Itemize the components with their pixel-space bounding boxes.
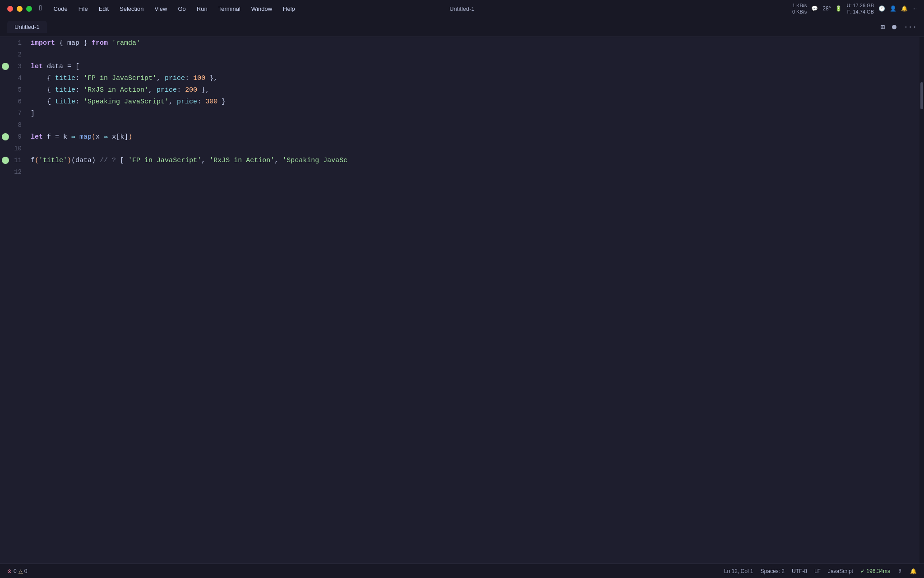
language-mode[interactable]: JavaScript <box>828 568 853 574</box>
line-number: 6 <box>9 98 25 105</box>
line-number: 11 <box>9 157 25 164</box>
code-token: 300 <box>205 98 217 106</box>
code-line[interactable]: let data = [ <box>31 61 919 72</box>
error-number: 0 <box>14 568 17 574</box>
gutter-row: 11 <box>0 154 27 166</box>
menu-code[interactable]: Code <box>49 5 72 13</box>
code-line[interactable]: f('title')(data) // ? [ 'FP in JavaScrip… <box>31 154 919 166</box>
code-token: 'FP in JavaScript' <box>128 157 201 164</box>
cursor-position[interactable]: Ln 12, Col 1 <box>724 568 753 574</box>
gutter-row: 7 <box>0 107 27 119</box>
editor-more-icon[interactable]: ··· <box>904 23 917 31</box>
code-line[interactable]: { title: 'RxJS in Action', price: 200 }, <box>31 84 919 96</box>
menu-selection[interactable]: Selection <box>115 5 148 13</box>
error-count[interactable]: ⊗ 0 △ 0 <box>7 568 27 574</box>
line-number: 7 <box>9 110 25 117</box>
editor[interactable]: 123456789101112 import { map } from 'ram… <box>0 37 924 564</box>
code-token: price <box>157 86 177 94</box>
close-button[interactable] <box>7 6 13 12</box>
code-token: : <box>75 86 83 94</box>
gutter-row: 6 <box>0 96 27 107</box>
code-area[interactable]: import { map } from 'ramda'let data = [ … <box>27 37 919 564</box>
network-info: 1 KB/s 0 KB/s <box>792 2 807 15</box>
active-tab[interactable]: Untitled-1 <box>7 21 47 33</box>
warning-number: 0 <box>24 568 28 574</box>
code-token: 'ramda' <box>112 39 140 47</box>
code-line[interactable]: import { map } from 'ramda' <box>31 37 919 49</box>
battery-icon: 🔋 <box>835 5 842 12</box>
code-token: price <box>177 98 197 106</box>
microphone-icon[interactable]: 🎙 <box>897 568 903 574</box>
menu-terminal[interactable]: Terminal <box>214 5 245 13</box>
code-token: 'RxJS in Action' <box>209 157 274 164</box>
titlebar:  Code File Edit Selection View Go Run T… <box>0 0 924 17</box>
line-number: 1 <box>9 39 25 47</box>
statusbar: ⊗ 0 △ 0 Ln 12, Col 1 Spaces: 2 UTF-8 LF … <box>0 564 924 578</box>
breakpoint-indicator[interactable] <box>2 157 9 164</box>
indent-setting[interactable]: Spaces: 2 <box>761 568 785 574</box>
maximize-button[interactable] <box>26 6 32 12</box>
statusbar-left: ⊗ 0 △ 0 <box>7 568 27 574</box>
code-token: title <box>55 98 75 106</box>
code-token: , <box>148 86 157 94</box>
code-token: from <box>92 39 108 47</box>
more-icon[interactable]: ··· <box>912 5 917 12</box>
code-line[interactable] <box>31 119 919 131</box>
code-token: ⇒ <box>104 133 108 141</box>
network-up: 1 KB/s <box>792 2 807 9</box>
line-number: 9 <box>9 133 25 140</box>
line-number: 10 <box>9 145 25 152</box>
code-line[interactable]: { title: 'FP in JavaScript', price: 100 … <box>31 72 919 84</box>
code-token: : <box>75 98 83 106</box>
gutter-row: 4 <box>0 72 27 84</box>
code-line[interactable]: { title: 'Speaking JavaScript', price: 3… <box>31 96 919 107</box>
code-token: import <box>31 39 55 47</box>
code-token: (data) <box>71 157 100 164</box>
menu-view[interactable]: View <box>150 5 172 13</box>
encoding[interactable]: UTF-8 <box>792 568 807 574</box>
code-token: ] <box>31 110 35 117</box>
apple-icon:  <box>39 5 44 13</box>
titlebar-right: 1 KB/s 0 KB/s 💬 28° 🔋 U: 17.26 GB F: 14.… <box>792 2 917 15</box>
titlebar-left:  Code File Edit Selection View Go Run T… <box>7 5 300 13</box>
breakpoint-indicator[interactable] <box>2 133 9 140</box>
avatar-icon: 👤 <box>890 5 896 12</box>
code-token: }, <box>197 86 209 94</box>
code-line[interactable] <box>31 143 919 154</box>
code-token: , <box>201 157 209 164</box>
code-token: ( <box>35 157 39 164</box>
code-token: 'FP in JavaScript' <box>83 75 157 82</box>
timing-indicator: ✓ 196.34ms <box>860 568 890 574</box>
line-number: 8 <box>9 121 25 129</box>
menu-go[interactable]: Go <box>173 5 190 13</box>
line-number: 3 <box>9 63 25 70</box>
code-token: ⇒ <box>71 133 75 141</box>
warning-icon: △ <box>18 568 23 574</box>
menu-run[interactable]: Run <box>192 5 212 13</box>
code-token: : <box>177 86 185 94</box>
code-token: 100 <box>193 75 205 82</box>
scrollbar-track[interactable] <box>919 37 924 564</box>
code-token: // ? <box>100 157 120 164</box>
menu-edit[interactable]: Edit <box>94 5 113 13</box>
menu-file[interactable]: File <box>74 5 92 13</box>
breakpoint-indicator[interactable] <box>2 63 9 70</box>
minimize-button[interactable] <box>17 6 23 12</box>
scrollbar-thumb[interactable] <box>920 82 923 109</box>
code-token: title <box>55 86 75 94</box>
bell-icon[interactable]: 🔔 <box>910 568 917 574</box>
code-token <box>31 98 47 106</box>
code-line[interactable]: ] <box>31 107 919 119</box>
code-token: f = k <box>43 133 71 141</box>
menu-window[interactable]: Window <box>247 5 277 13</box>
code-line[interactable] <box>31 166 919 178</box>
split-editor-icon[interactable]: ⊞ <box>881 23 885 32</box>
menubar: Code File Edit Selection View Go Run Ter… <box>49 5 300 13</box>
unsaved-indicator <box>892 25 896 29</box>
menu-help[interactable]: Help <box>278 5 300 13</box>
window-title: Untitled-1 <box>449 5 475 12</box>
temperature: 28° <box>822 5 831 12</box>
line-ending[interactable]: LF <box>814 568 821 574</box>
code-line[interactable]: let f = k ⇒ map(x ⇒ x[k]) <box>31 131 919 143</box>
code-line[interactable] <box>31 49 919 61</box>
